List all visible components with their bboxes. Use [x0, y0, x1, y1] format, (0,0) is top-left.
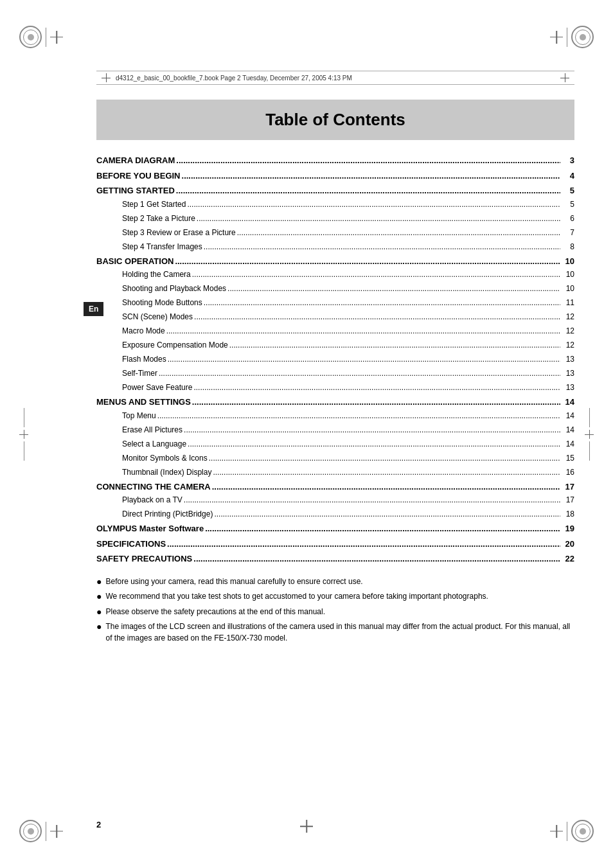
top-marks [0, 26, 613, 48]
toc-entry: Step 3 Review or Erase a Picture........… [96, 227, 574, 238]
toc-page: 3 [562, 154, 574, 167]
toc-entry: Macro Mode..............................… [96, 325, 574, 337]
toc-title: Table of Contents [109, 110, 562, 130]
left-side-mark [19, 408, 28, 461]
notes-section: ●Before using your camera, read this man… [96, 576, 574, 644]
top-right-circle [571, 26, 594, 48]
top-left-circle [19, 26, 42, 48]
toc-dots: ........................................… [187, 199, 560, 210]
toc-label: OLYMPUS Master Software [96, 522, 204, 535]
toc-entry: Holding the Camera......................… [96, 269, 574, 280]
note-item: ●We recommend that you take test shots t… [96, 590, 574, 603]
file-info-crosshair [102, 73, 111, 82]
note-text: The images of the LCD screen and illustr… [105, 621, 574, 644]
toc-label: Thumbnail (Index) Display [122, 466, 211, 478]
toc-page: 19 [562, 522, 574, 535]
toc-dots: ........................................… [176, 184, 560, 197]
note-bullet: ● [96, 621, 102, 633]
toc-entry: Monitor Symbols & Icons.................… [96, 452, 574, 464]
note-text: We recommend that you take test shots to… [105, 590, 488, 602]
toc-page: 12 [562, 325, 574, 337]
page-container: d4312_e_basic_00_bookfile_7.book Page 2 … [0, 0, 613, 868]
toc-page: 4 [562, 170, 574, 182]
toc-entry: SPECIFICATIONS..........................… [96, 538, 574, 551]
toc-label: Erase All Pictures [122, 424, 182, 436]
toc-label: SPECIFICATIONS [96, 538, 166, 551]
toc-dots: ........................................… [214, 508, 560, 520]
bottom-right-circle [571, 820, 594, 842]
toc-label: Step 1 Get Started [122, 199, 186, 210]
toc-entry: Shooting and Playback Modes.............… [96, 283, 574, 294]
toc-dots: ........................................… [229, 339, 560, 351]
toc-label: Exposure Compensation Mode [122, 339, 228, 351]
toc-page: 17 [562, 494, 574, 506]
toc-dots: ........................................… [192, 269, 560, 280]
toc-page: 13 [562, 353, 574, 365]
toc-dots: ........................................… [175, 255, 560, 268]
toc-page: 14 [562, 410, 574, 421]
toc-page: 13 [562, 382, 574, 393]
toc-page: 10 [562, 269, 574, 280]
toc-dots: ........................................… [192, 396, 560, 409]
toc-dots: ........................................… [159, 368, 560, 379]
toc-dots: ........................................… [194, 311, 560, 323]
toc-entry: CAMERA DIAGRAM..........................… [96, 154, 574, 167]
toc-entry: Self-Timer..............................… [96, 368, 574, 379]
toc-list: CAMERA DIAGRAM..........................… [96, 154, 574, 565]
toc-label: Top Menu [122, 410, 156, 421]
toc-dots: ........................................… [227, 283, 560, 294]
toc-dots: ........................................… [237, 227, 560, 238]
toc-dots: ........................................… [193, 553, 560, 565]
bottom-left-circle [19, 820, 42, 842]
toc-entry: Exposure Compensation Mode..............… [96, 339, 574, 351]
toc-entry: Playback on a TV........................… [96, 494, 574, 506]
toc-page: 12 [562, 339, 574, 351]
toc-page: 14 [562, 424, 574, 436]
toc-dots: ........................................… [184, 494, 560, 506]
bottom-right-crosshair [550, 825, 563, 838]
toc-entry: Direct Printing (PictBridge)............… [96, 508, 574, 520]
toc-label: GETTING STARTED [96, 184, 175, 197]
toc-entry: Step 2 Take a Picture...................… [96, 213, 574, 224]
toc-entry: Step 4 Transfer Images..................… [96, 241, 574, 252]
note-bullet: ● [96, 590, 102, 603]
toc-page: 7 [562, 227, 574, 238]
toc-label: Self-Timer [122, 368, 157, 379]
toc-label: Playback on a TV [122, 494, 182, 506]
toc-label: BASIC OPERATION [96, 255, 173, 268]
toc-page: 14 [562, 396, 574, 409]
toc-page: 6 [562, 213, 574, 224]
toc-page: 13 [562, 368, 574, 379]
bottom-left-crosshair [50, 825, 63, 838]
toc-label: Shooting and Playback Modes [122, 283, 226, 294]
toc-dots: ........................................… [209, 452, 560, 464]
toc-page: 8 [562, 241, 574, 252]
toc-label: Direct Printing (PictBridge) [122, 508, 213, 520]
toc-entry: Shooting Mode Buttons...................… [96, 297, 574, 308]
toc-page: 10 [562, 283, 574, 294]
toc-entry: GETTING STARTED.........................… [96, 184, 574, 197]
toc-entry: Select a Language.......................… [96, 438, 574, 450]
toc-page: 16 [562, 466, 574, 478]
note-text: Before using your camera, read this manu… [105, 576, 362, 587]
toc-entry: Erase All Pictures......................… [96, 424, 574, 436]
toc-label: Step 4 Transfer Images [122, 241, 202, 252]
toc-dots: ........................................… [204, 297, 560, 308]
toc-page: 11 [562, 297, 574, 308]
top-right-crosshair [550, 31, 563, 44]
note-item: ●Before using your camera, read this man… [96, 576, 574, 589]
toc-label: BEFORE YOU BEGIN [96, 170, 181, 182]
toc-label: Macro Mode [122, 325, 165, 337]
toc-dots: ........................................… [197, 213, 560, 224]
toc-dots: ........................................… [205, 522, 560, 535]
content-area: Table of Contents CAMERA DIAGRAM........… [96, 100, 574, 804]
toc-dots: ........................................… [176, 154, 560, 167]
toc-dots: ........................................… [167, 538, 560, 551]
toc-dots: ........................................… [213, 466, 560, 478]
toc-label: SCN (Scene) Modes [122, 311, 193, 323]
toc-page: 17 [562, 481, 574, 493]
toc-page: 10 [562, 255, 574, 268]
toc-label: Holding the Camera [122, 269, 191, 280]
toc-label: Step 2 Take a Picture [122, 213, 195, 224]
toc-page: 5 [562, 184, 574, 197]
